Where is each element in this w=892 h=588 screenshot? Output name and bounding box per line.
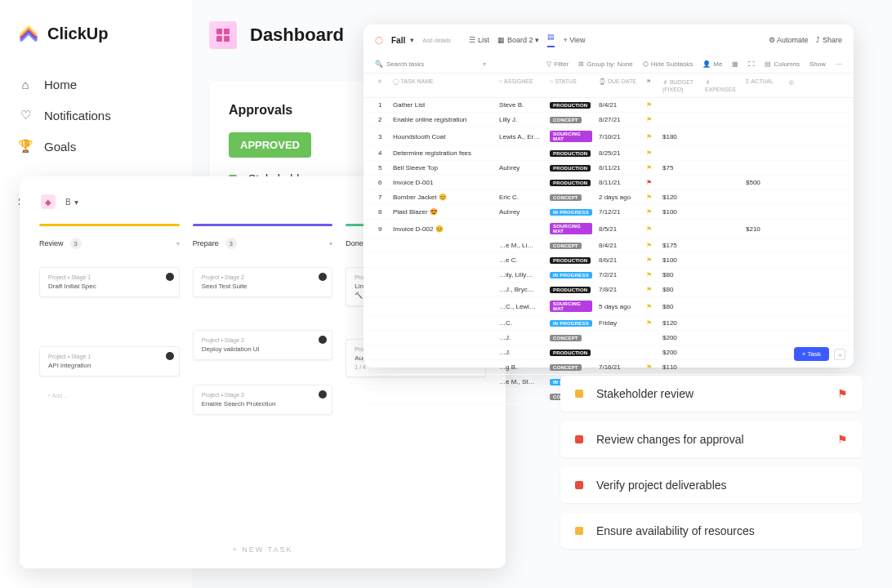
add-column[interactable]: ⊕ xyxy=(785,78,801,92)
table-row[interactable]: …J.CONCEPT$200 xyxy=(363,331,854,345)
board-col-prepare: Prepare 3 ▾ Project • Stage 2 Seed Test … xyxy=(193,224,333,415)
table-row[interactable]: 7Bomber Jacket 😊Eric C.CONCEPT2 days ago… xyxy=(363,190,854,205)
task-label: Verify project deliverables xyxy=(596,479,727,492)
col-count: 3 xyxy=(70,238,82,249)
col-expenses[interactable]: ＃ EXPENSES xyxy=(702,78,743,92)
table-row[interactable]: 4Determine registration feesPRODUCTION8/… xyxy=(363,146,854,161)
view-add[interactable]: + View xyxy=(563,33,585,47)
table-row[interactable]: …C., Lewi…SOURCING MAT5 days ago⚑$80 xyxy=(363,297,854,316)
more-icon[interactable]: ⋯ xyxy=(836,60,842,68)
col-count: 3 xyxy=(225,238,237,249)
table-row[interactable]: 6Invoice D-001PRODUCTION8/11/21⚑$500 xyxy=(363,176,854,190)
svg-rect-0 xyxy=(216,29,222,34)
col-assignee[interactable]: ○ ASSIGNEE xyxy=(496,78,546,92)
col-bar xyxy=(39,224,180,226)
col-head[interactable]: Review 3 ▾ xyxy=(39,234,180,252)
table-row[interactable]: …e M., Li…CONCEPT8/4/21⚑$175 xyxy=(363,238,854,253)
list-title[interactable]: Fall▾ xyxy=(391,36,414,45)
board-app-icon[interactable]: ◆ xyxy=(41,194,56,209)
me-button[interactable]: 👤 Me xyxy=(702,60,722,68)
filter-button[interactable]: ▽ Filter xyxy=(546,60,569,68)
home-icon: ⌂ xyxy=(18,77,33,91)
list-subtitle[interactable]: Add details xyxy=(422,38,451,43)
view-fullscreen-icon[interactable]: ⛶ xyxy=(748,60,755,68)
table-row[interactable]: 5Bell Sleeve TopAubreyPRODUCTION8/11/21⚑… xyxy=(363,161,854,176)
group-button[interactable]: ⊞ Group by: None xyxy=(578,60,632,68)
table-icon: ▤ xyxy=(547,33,555,41)
board-card[interactable]: Project • Stage 1 Draft Initial Spec xyxy=(39,267,180,297)
task-label: Ensure availability of resources xyxy=(596,524,755,537)
table-row[interactable]: …J., Bryc…PRODUCTION7/8/21⚑$80 xyxy=(363,283,854,297)
col-status[interactable]: ○ STATUS xyxy=(546,78,595,92)
bell-icon: ♡ xyxy=(18,108,33,122)
toolbar-b[interactable]: B▾ xyxy=(65,198,78,207)
table-row[interactable]: 8Plaid Blazer 😍AubreyIN PROGRESS7/12/21⚑… xyxy=(363,205,854,220)
nav-notifications[interactable]: ♡ Notifications xyxy=(18,100,174,131)
task-row[interactable]: Verify project deliverables xyxy=(560,467,863,503)
table-row[interactable]: 3Houndstooth CoatLewis A., Er…SOURCING M… xyxy=(363,127,854,146)
task-list-widget: Stakeholder review⚑Review changes for ap… xyxy=(560,376,863,559)
task-label: Stakeholder review xyxy=(596,387,694,400)
card-crumb: Project • Stage 1 xyxy=(48,274,171,280)
view-list[interactable]: ☰ List xyxy=(469,33,489,47)
board-card[interactable]: Project • Stage 1 API integration xyxy=(39,346,180,376)
board-icon: ▦ xyxy=(497,36,505,44)
filter-bar: 🔍Search tasks ▾ ▽ Filter ⊞ Group by: Non… xyxy=(363,56,854,74)
folder-icon: ◯ xyxy=(375,36,383,44)
avatar-icon xyxy=(319,336,327,344)
view-grid-icon[interactable]: ▦ xyxy=(732,60,738,68)
status-dot-icon xyxy=(575,527,583,535)
col-head[interactable]: Prepare 3 ▾ xyxy=(193,234,333,252)
columns-button[interactable]: ▤ Columns xyxy=(765,60,800,68)
new-task-button[interactable]: + NEW TASK xyxy=(233,546,293,554)
nav-goals[interactable]: 🏆 Goals xyxy=(18,131,174,162)
card-title: API integration xyxy=(48,362,171,369)
svg-rect-2 xyxy=(216,36,222,42)
task-row[interactable]: Ensure availability of resources xyxy=(560,513,863,549)
task-menu-button[interactable]: ⌄ xyxy=(834,349,845,360)
new-task-button[interactable]: + Task xyxy=(794,347,829,361)
col-priority[interactable]: ⚑ xyxy=(643,78,659,92)
logo[interactable]: ClickUp xyxy=(18,23,174,44)
view-active[interactable]: ▤ xyxy=(547,33,555,47)
status-dot-icon xyxy=(575,390,583,398)
table-body: 1Gather ListSteve B.PRODUCTION8/4/21⚑2En… xyxy=(363,98,854,404)
task-row[interactable]: Stakeholder review⚑ xyxy=(560,376,863,412)
table-row[interactable]: 2Enable online registrationLilly J.CONCE… xyxy=(363,113,854,127)
show-button[interactable]: Show xyxy=(809,60,826,68)
task-row[interactable]: Review changes for approval⚑ xyxy=(560,421,863,457)
col-index[interactable]: # xyxy=(375,78,390,92)
task-label: Review changes for approval xyxy=(596,433,744,446)
col-name[interactable]: ◯ TASK NAME xyxy=(390,78,496,92)
card-title: Deploy validation UI xyxy=(202,345,324,353)
board-card[interactable]: Project • Stage 2 Seed Test Suite xyxy=(193,267,333,297)
table-row[interactable]: …g B.CONCEPT7/16/21⚑$110 xyxy=(363,360,854,375)
nav-goals-label: Goals xyxy=(44,140,76,154)
col-budget[interactable]: ＃ BUDGET (FIXED) xyxy=(659,78,702,92)
list-footer: + Task ⌄ xyxy=(794,347,845,361)
chevron-down-icon: ▾ xyxy=(176,240,180,247)
card-title: Seed Test Suite xyxy=(202,283,324,290)
nav-home[interactable]: ⌂ Home xyxy=(18,69,174,100)
board-card[interactable]: Project • Stage 2 Deploy validation UI xyxy=(193,330,333,360)
col-actual[interactable]: Σ ACTUAL xyxy=(743,78,785,92)
table-row[interactable]: …e C.PRODUCTION8/6/21⚑$100 xyxy=(363,253,854,268)
search-icon: 🔍 xyxy=(375,60,383,68)
search-input[interactable]: 🔍Search tasks xyxy=(375,60,473,68)
table-row[interactable]: 9Invoice D-002 😊SOURCING MAT8/5/21⚑$210 xyxy=(363,220,854,238)
automate-button[interactable]: ⚙ Automate xyxy=(769,36,809,44)
subtasks-button[interactable]: ⌬ Hide Subtasks xyxy=(643,60,694,68)
table-row[interactable]: 1Gather ListSteve B.PRODUCTION8/4/21⚑ xyxy=(363,98,854,113)
card-crumb: Project • Stage 2 xyxy=(202,337,324,343)
board-card[interactable]: Project • Stage 2 Enable Search Protecti… xyxy=(193,385,333,415)
share-button[interactable]: ⤴ Share xyxy=(816,36,842,44)
nav-home-label: Home xyxy=(44,78,77,91)
table-row[interactable]: …ily, Lilly…IN PROGRESS7/2/21⚑$80 xyxy=(363,268,854,283)
add-card[interactable]: + Add … xyxy=(39,393,180,399)
table-header: # ◯ TASK NAME ○ ASSIGNEE ○ STATUS ⌚ DUE … xyxy=(363,74,854,98)
table-row[interactable]: …C.IN PROGRESSFriday⚑$120 xyxy=(363,316,854,331)
table-row[interactable]: …J.PRODUCTION$200 xyxy=(363,345,854,360)
card-crumb: Project • Stage 2 xyxy=(202,274,324,280)
col-due[interactable]: ⌚ DUE DATE xyxy=(595,78,643,92)
view-board[interactable]: ▦ Board 2 ▾ xyxy=(497,33,540,47)
